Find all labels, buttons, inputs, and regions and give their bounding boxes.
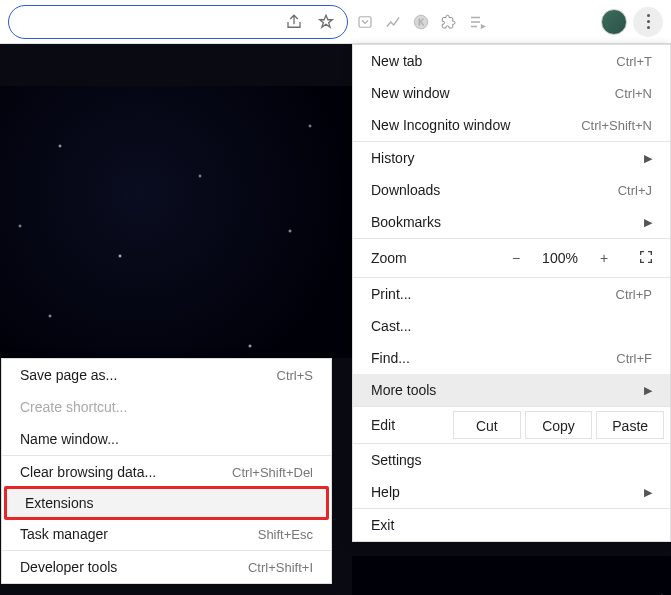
menu-item-shortcut: Ctrl+P (616, 287, 652, 302)
menu-item-shortcut: Ctrl+F (616, 351, 652, 366)
edit-label: Edit (353, 417, 451, 433)
menu-item-shortcut: Ctrl+T (616, 54, 652, 69)
paste-button[interactable]: Paste (596, 411, 664, 439)
menu-item-create-shortcut: Create shortcut... (2, 391, 331, 423)
profile-avatar[interactable] (601, 9, 627, 35)
zoom-in-button[interactable]: + (586, 250, 622, 266)
edit-row: Edit Cut Copy Paste (353, 407, 670, 443)
menu-item-label: Downloads (371, 182, 618, 198)
copy-button[interactable]: Copy (525, 411, 593, 439)
menu-item-downloads[interactable]: DownloadsCtrl+J (353, 174, 670, 206)
menu-item-label: Bookmarks (371, 214, 638, 230)
menu-item-shortcut: Shift+Esc (258, 527, 313, 542)
zoom-row: Zoom − 100% + (353, 239, 670, 277)
menu-item-label: More tools (371, 382, 638, 398)
svg-text:K: K (418, 18, 424, 27)
menu-item-extensions[interactable]: Extensions (4, 486, 329, 520)
analytics-icon[interactable] (382, 11, 404, 33)
menu-item-label: New window (371, 85, 615, 101)
page-content-stars (0, 86, 352, 358)
menu-item-label: Save page as... (20, 367, 277, 383)
menu-item-exit[interactable]: Exit (353, 509, 670, 541)
menu-item-label: New Incognito window (371, 117, 581, 133)
menu-item-label: History (371, 150, 638, 166)
zoom-label: Zoom (353, 250, 498, 266)
more-tools-submenu: Save page as...Ctrl+SCreate shortcut...N… (1, 358, 332, 584)
menu-item-label: Clear browsing data... (20, 464, 232, 480)
cut-button[interactable]: Cut (453, 411, 521, 439)
menu-item-label: Name window... (20, 431, 313, 447)
menu-item-save-page[interactable]: Save page as...Ctrl+S (2, 359, 331, 391)
menu-item-new-window[interactable]: New windowCtrl+N (353, 77, 670, 109)
page-content-stars-bottom (352, 556, 671, 595)
main-menu: New tabCtrl+TNew windowCtrl+NNew Incogni… (352, 44, 671, 542)
menu-item-shortcut: Ctrl+Shift+N (581, 118, 652, 133)
menu-item-label: Print... (371, 286, 616, 302)
menu-item-label: Settings (371, 452, 652, 468)
menu-item-more-tools[interactable]: More tools▶ (353, 374, 670, 406)
menu-item-new-incognito[interactable]: New Incognito windowCtrl+Shift+N (353, 109, 670, 141)
pocket-icon[interactable] (354, 11, 376, 33)
menu-item-cast[interactable]: Cast... (353, 310, 670, 342)
share-icon[interactable] (283, 11, 305, 33)
fullscreen-button[interactable] (622, 249, 670, 268)
menu-item-label: Find... (371, 350, 616, 366)
menu-item-shortcut: Ctrl+J (618, 183, 652, 198)
menu-item-dev-tools[interactable]: Developer toolsCtrl+Shift+I (2, 551, 331, 583)
menu-item-shortcut: Ctrl+N (615, 86, 652, 101)
menu-item-new-tab[interactable]: New tabCtrl+T (353, 45, 670, 77)
zoom-value: 100% (534, 250, 586, 266)
menu-item-shortcut: Ctrl+Shift+Del (232, 465, 313, 480)
menu-item-label: Developer tools (20, 559, 248, 575)
extensions-icon[interactable] (438, 11, 460, 33)
menu-item-label: Extensions (25, 495, 308, 511)
svg-rect-0 (359, 16, 371, 27)
star-icon[interactable] (315, 11, 337, 33)
menu-item-task-manager[interactable]: Task managerShift+Esc (2, 518, 331, 550)
menu-item-label: Cast... (371, 318, 652, 334)
menu-item-label: New tab (371, 53, 616, 69)
menu-item-name-window[interactable]: Name window... (2, 423, 331, 455)
chevron-right-icon: ▶ (644, 486, 652, 499)
main-menu-button[interactable] (633, 7, 663, 37)
playlist-icon[interactable] (466, 11, 488, 33)
kaltura-icon[interactable]: K (410, 11, 432, 33)
menu-item-label: Help (371, 484, 638, 500)
chevron-right-icon: ▶ (644, 384, 652, 397)
menu-item-label: Exit (371, 517, 652, 533)
zoom-out-button[interactable]: − (498, 250, 534, 266)
chevron-right-icon: ▶ (644, 216, 652, 229)
menu-item-print[interactable]: Print...Ctrl+P (353, 278, 670, 310)
menu-item-history[interactable]: History▶ (353, 142, 670, 174)
menu-item-settings[interactable]: Settings (353, 444, 670, 476)
menu-item-label: Create shortcut... (20, 399, 313, 415)
menu-item-help[interactable]: Help▶ (353, 476, 670, 508)
url-bar[interactable] (8, 5, 348, 39)
menu-item-label: Task manager (20, 526, 258, 542)
menu-item-shortcut: Ctrl+Shift+I (248, 560, 313, 575)
menu-item-find[interactable]: Find...Ctrl+F (353, 342, 670, 374)
menu-item-shortcut: Ctrl+S (277, 368, 313, 383)
menu-item-clear-data[interactable]: Clear browsing data...Ctrl+Shift+Del (2, 456, 331, 488)
chevron-right-icon: ▶ (644, 152, 652, 165)
menu-item-bookmarks[interactable]: Bookmarks▶ (353, 206, 670, 238)
browser-toolbar: K (0, 0, 671, 44)
